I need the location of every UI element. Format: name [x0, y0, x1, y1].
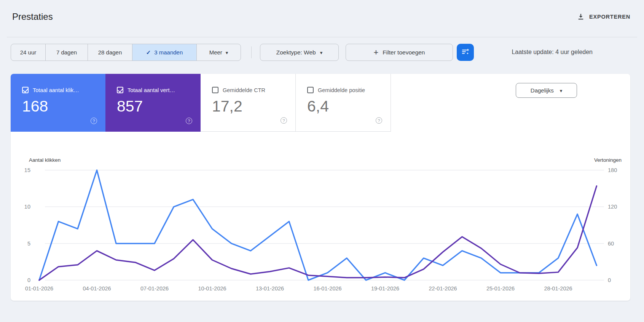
- range-label: 24 uur: [20, 49, 37, 56]
- chevron-down-icon: [226, 49, 228, 56]
- x-axis-tick-label: 10-01-2026: [198, 285, 226, 292]
- export-label: EXPORTEREN: [589, 14, 630, 20]
- metric-label: Totaal aantal klik…: [33, 87, 79, 93]
- range-label: 7 dagen: [56, 49, 77, 56]
- checkbox-checked-icon[interactable]: [22, 87, 29, 93]
- clicks-line: [39, 170, 597, 280]
- range-label: 28 dagen: [98, 49, 122, 56]
- metric-value: 17,2: [212, 97, 242, 115]
- x-axis-tick-label: 16-01-2026: [313, 285, 341, 292]
- metric-label: Gemiddelde CTR: [223, 87, 265, 93]
- header-divider: [7, 37, 637, 37]
- filter-sparkle-icon: [461, 47, 470, 58]
- x-axis-tick-label: 25-01-2026: [486, 285, 515, 292]
- x-axis-tick-label: 04-01-2026: [83, 285, 111, 292]
- help-icon[interactable]: [186, 118, 192, 124]
- performance-panel: Totaal aantal klik… 168 Totaal aantal ve…: [11, 74, 630, 301]
- x-axis-tick-label: 19-01-2026: [371, 285, 399, 292]
- range-3-maanden[interactable]: 3 maanden: [132, 44, 197, 61]
- metric-value: 857: [117, 97, 143, 115]
- filter-bar: 24 uur 7 dagen 28 dagen 3 maanden Meer Z…: [0, 44, 644, 61]
- metric-card-clicks[interactable]: Totaal aantal klik… 168: [11, 74, 105, 132]
- x-axis-tick-label: 13-01-2026: [256, 285, 284, 292]
- right-axis-tick-label: 180: [608, 167, 617, 173]
- granularity-dropdown[interactable]: Dagelijks: [516, 83, 577, 98]
- range-24-uur[interactable]: 24 uur: [11, 44, 46, 61]
- right-axis-tick-label: 0: [608, 277, 611, 283]
- right-axis-title: Vertoningen: [594, 157, 622, 163]
- metric-card-ctr[interactable]: Gemiddelde CTR 17,2: [201, 74, 296, 132]
- help-icon[interactable]: [281, 117, 287, 124]
- left-axis-title: Aantal klikken: [29, 157, 61, 163]
- metric-card-impressions[interactable]: Totaal aantal vert… 857: [105, 74, 201, 132]
- add-filter-button[interactable]: Filter toevoegen: [346, 44, 453, 61]
- range-28-dagen[interactable]: 28 dagen: [88, 44, 132, 61]
- impressions-line: [39, 186, 597, 280]
- divider: [251, 46, 252, 58]
- granularity-label: Dagelijks: [531, 87, 554, 94]
- download-icon: [577, 13, 585, 21]
- x-axis-tick-label: 07-01-2026: [140, 285, 169, 292]
- filter-settings-button[interactable]: [457, 44, 474, 61]
- chevron-down-icon: [320, 49, 323, 56]
- help-icon[interactable]: [91, 118, 97, 124]
- export-button[interactable]: EXPORTEREN: [577, 13, 630, 21]
- chevron-down-icon: [560, 87, 563, 94]
- performance-chart: 051015060120180Aantal klikkenVertoningen…: [11, 132, 630, 301]
- range-meer-menu[interactable]: Meer: [196, 44, 241, 61]
- checkbox-unchecked-icon[interactable]: [212, 87, 218, 93]
- checkbox-checked-icon[interactable]: [117, 87, 123, 93]
- x-axis-tick-label: 22-01-2026: [429, 285, 457, 292]
- search-type-dropdown[interactable]: Zoektype: Web: [260, 44, 339, 61]
- range-label: 3 maanden: [154, 49, 183, 56]
- chart-canvas: 051015060120180Aantal klikkenVertoningen…: [11, 132, 630, 301]
- last-update-text: Laatste update: 4 uur geleden: [512, 49, 593, 56]
- metric-value: 168: [22, 97, 48, 115]
- plus-icon: [373, 48, 378, 57]
- add-filter-label: Filter toevoegen: [383, 49, 425, 56]
- range-7-dagen[interactable]: 7 dagen: [45, 44, 88, 61]
- metric-cards-row: Totaal aantal klik… 168 Totaal aantal ve…: [11, 74, 630, 132]
- metric-value: 6,4: [307, 97, 329, 115]
- range-label: Meer: [209, 49, 222, 56]
- checkbox-unchecked-icon[interactable]: [307, 87, 314, 93]
- metric-label: Totaal aantal vert…: [128, 87, 175, 93]
- date-range-group: 24 uur 7 dagen 28 dagen 3 maanden Meer: [11, 44, 241, 61]
- right-axis-tick-label: 120: [608, 204, 617, 210]
- metric-card-position[interactable]: Gemiddelde positie 6,4: [296, 74, 391, 132]
- x-axis-tick-label: 01-01-2026: [25, 285, 53, 292]
- left-axis-tick-label: 10: [24, 204, 30, 210]
- help-icon[interactable]: [376, 117, 382, 124]
- left-axis-tick-label: 15: [24, 167, 30, 173]
- x-axis-tick-label: 28-01-2026: [544, 285, 572, 292]
- left-axis-tick-label: 0: [27, 277, 30, 283]
- page-title: Prestaties: [12, 11, 53, 22]
- check-icon: [146, 49, 151, 56]
- search-type-label: Zoektype: Web: [276, 49, 316, 56]
- right-axis-tick-label: 60: [608, 241, 614, 247]
- metric-label: Gemiddelde positie: [318, 87, 365, 93]
- left-axis-tick-label: 5: [27, 241, 30, 247]
